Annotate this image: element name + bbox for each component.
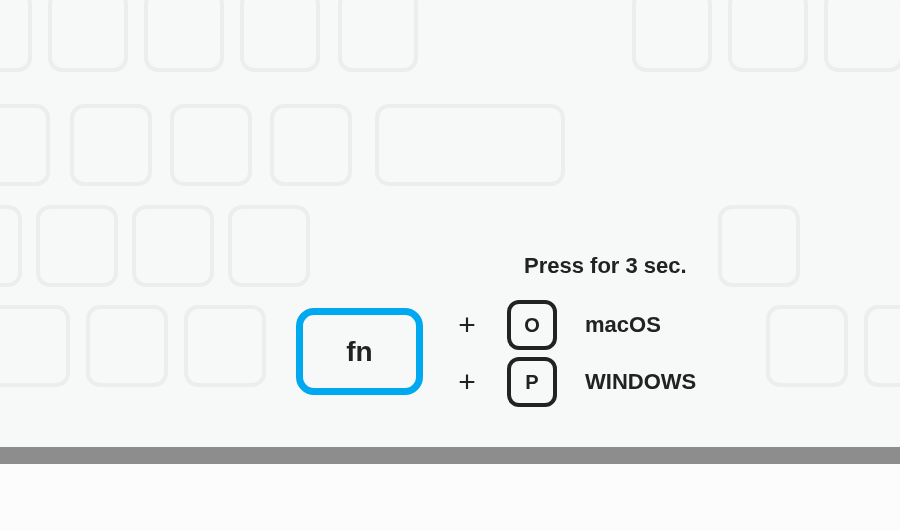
plus-icon: +	[455, 310, 479, 340]
combo-row-macos: + O macOS	[455, 300, 661, 350]
keyboard-deck-edge	[0, 447, 900, 464]
keyboard-os-switch-diagram: Press for 3 sec. fn + O macOS + P WINDOW…	[0, 0, 900, 530]
combo-row-windows: + P WINDOWS	[455, 357, 696, 407]
keyboard-background	[0, 0, 900, 450]
fn-key: fn	[296, 308, 423, 395]
key-o-label: O	[524, 314, 540, 337]
plus-icon: +	[455, 367, 479, 397]
instruction-text: Press for 3 sec.	[524, 253, 687, 279]
key-p: P	[507, 357, 557, 407]
keyboard-deck-surface	[0, 464, 900, 530]
os-label-windows: WINDOWS	[585, 369, 696, 395]
fn-key-label: fn	[346, 336, 372, 368]
key-o: O	[507, 300, 557, 350]
key-p-label: P	[525, 371, 538, 394]
os-label-macos: macOS	[585, 312, 661, 338]
